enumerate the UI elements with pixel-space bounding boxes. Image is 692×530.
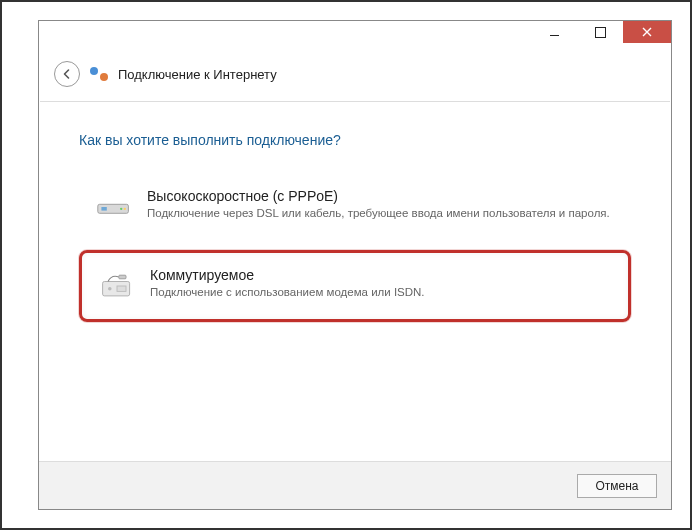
option-title: Высокоскоростное (с PPPoE) bbox=[147, 188, 610, 204]
minimize-button[interactable] bbox=[531, 21, 577, 43]
svg-point-6 bbox=[108, 287, 112, 291]
back-button[interactable] bbox=[54, 61, 80, 87]
header: Подключение к Интернету bbox=[40, 51, 670, 102]
option-title: Коммутируемое bbox=[150, 267, 425, 283]
dialog-window: Подключение к Интернету Как вы хотите вы… bbox=[38, 20, 672, 510]
dialup-modem-icon bbox=[98, 267, 136, 305]
footer: Отмена bbox=[39, 461, 671, 509]
option-description: Подключение с использованием модема или … bbox=[150, 285, 425, 301]
cancel-button[interactable]: Отмена bbox=[577, 474, 657, 498]
option-dialup[interactable]: Коммутируемое Подключение с использовани… bbox=[79, 250, 631, 322]
svg-point-2 bbox=[120, 208, 122, 210]
maximize-button[interactable] bbox=[577, 21, 623, 43]
svg-rect-1 bbox=[101, 207, 106, 211]
option-text: Коммутируемое Подключение с использовани… bbox=[150, 267, 425, 305]
network-icon bbox=[90, 65, 108, 83]
modem-router-icon bbox=[95, 188, 133, 226]
page-question: Как вы хотите выполнить подключение? bbox=[79, 132, 631, 148]
close-button[interactable] bbox=[623, 21, 671, 43]
svg-rect-5 bbox=[119, 275, 126, 279]
option-text: Высокоскоростное (с PPPoE) Подключение ч… bbox=[147, 188, 610, 226]
content-area: Как вы хотите выполнить подключение? Выс… bbox=[39, 102, 671, 354]
option-description: Подключение через DSL или кабель, требую… bbox=[147, 206, 610, 222]
titlebar bbox=[39, 21, 671, 51]
svg-rect-7 bbox=[117, 286, 126, 291]
option-pppoe[interactable]: Высокоскоростное (с PPPoE) Подключение ч… bbox=[79, 176, 631, 238]
window-title: Подключение к Интернету bbox=[118, 67, 277, 82]
svg-point-3 bbox=[124, 208, 126, 210]
